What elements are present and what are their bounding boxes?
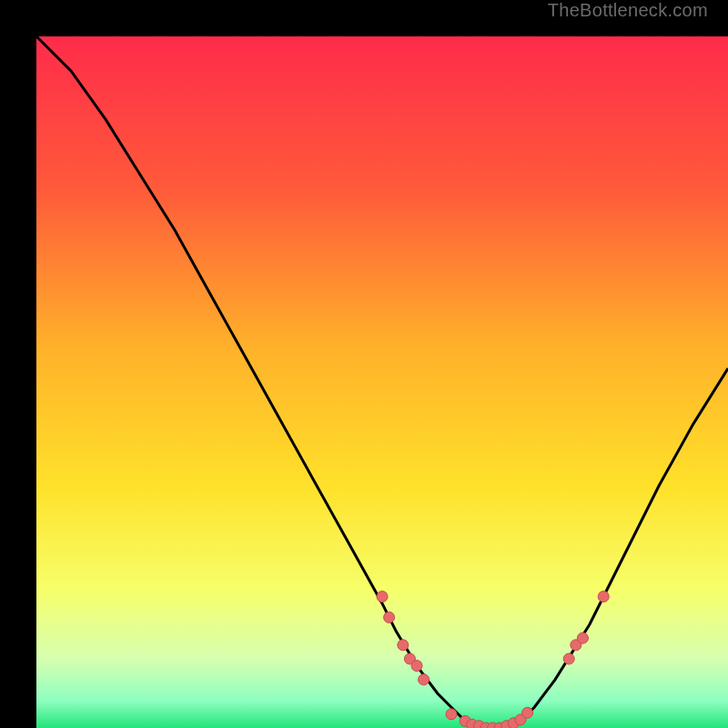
data-point	[577, 632, 588, 643]
data-point	[398, 640, 409, 651]
data-point	[522, 707, 533, 718]
data-point	[411, 661, 422, 672]
watermark-text: TheBottleneck.com	[548, 0, 708, 21]
data-point	[563, 653, 574, 664]
data-point	[446, 709, 457, 720]
chart-frame	[18, 18, 710, 710]
data-point	[419, 674, 430, 685]
bottleneck-chart	[36, 36, 728, 728]
data-point	[384, 612, 395, 622]
gradient-background	[36, 36, 728, 728]
data-point	[598, 592, 609, 602]
data-point	[377, 592, 388, 602]
